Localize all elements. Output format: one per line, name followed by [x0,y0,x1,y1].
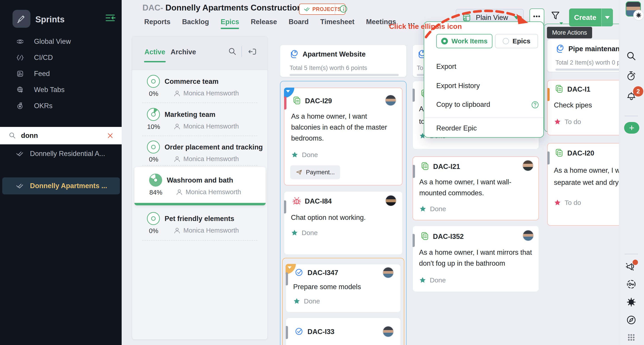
apps-grid-icon[interactable] [626,332,636,343]
radio-icon [503,38,509,44]
projects-badge-icon [304,6,310,12]
work-item-card[interactable]: DAC-I21 As a home owner, I want wall-mou… [412,156,539,220]
settings-gear-icon[interactable] [633,10,644,20]
toggle-work-items[interactable]: Work Items [436,34,492,48]
menu-item-export-history[interactable]: Export History [436,82,480,90]
tab-reports[interactable]: Reports [144,18,170,29]
epic-icon [555,44,565,54]
web-tabs-icon [16,86,24,94]
avatar[interactable] [522,160,534,171]
project-search [0,127,122,144]
sidebar-item-web-tabs[interactable]: Web Tabs [0,82,122,98]
avatar[interactable] [382,267,394,278]
owner-icon [174,90,181,97]
done-star-icon [291,229,298,236]
access-key-icon[interactable] [626,279,636,290]
project-item-donnelly-apartments[interactable]: Donnelly Apartments ... [2,177,120,194]
avatar[interactable] [382,326,394,337]
panel-divider [242,46,242,57]
menu-item-export[interactable]: Export [436,62,456,71]
card-priority-bar [284,96,286,109]
epic-search-icon[interactable] [228,47,237,56]
tab-release[interactable]: Release [251,18,277,29]
avatar[interactable] [385,95,396,106]
announcement-alert-dot [632,260,638,265]
todo-star-icon [554,199,561,206]
task-icon [294,268,304,277]
done-star-icon [291,151,298,158]
theme-sun-icon[interactable] [626,297,636,308]
column-header-apartment-website[interactable]: Apartment Website Total 5 Item(s) worth … [280,45,406,77]
sidebar-collapse-icon[interactable] [104,12,117,24]
tab-archive[interactable]: Archive [170,48,196,56]
work-item-card[interactable]: DAC-I33 [286,318,401,345]
tab-active[interactable]: Active [144,48,165,56]
card-tag[interactable]: Payment... [290,165,340,179]
progress-donut [147,141,160,153]
sidebar-item-okrs[interactable]: OKRs [0,98,122,114]
filter-button[interactable] [550,11,562,24]
epics-panel-header: Active Archive [132,36,268,70]
epic-item-washroom-and-bath-selected[interactable]: Washroom and bath 84% Monica Hemsworth [134,167,266,205]
sidebar: Sprints Global View CI/CD Feed Web Tabs … [0,0,122,345]
menu-item-copy-to-clipboard[interactable]: Copy to clipboard [436,100,490,109]
work-item-card[interactable]: DAC-I352 As a home owner, I want mirrors… [412,226,539,292]
owner-icon [176,189,183,196]
module-tabs: Reports Backlog Epics Release Board Time… [144,17,416,29]
add-button[interactable]: + [624,122,639,134]
annotation-text: Click the ellipsis icon [389,22,462,31]
card-priority-bar [286,272,288,285]
card-priority-bar [412,234,415,247]
done-star-icon [419,205,426,213]
project-icon [16,150,24,158]
clear-search-icon[interactable] [107,132,114,139]
sprints-logo-icon[interactable] [12,10,30,28]
card-priority-bar [413,165,415,178]
search-icon[interactable] [626,51,636,62]
chevron-down-icon [514,16,519,19]
more-actions-tooltip: More Actions [547,27,592,38]
epic-item-commerce-team[interactable]: Commerce team 0% Monica Hemsworth [132,76,268,101]
sidebar-item-cicd[interactable]: CI/CD [0,50,122,66]
tab-backlog[interactable]: Backlog [182,18,209,29]
avatar[interactable] [385,195,396,206]
work-item-card[interactable]: DAC-I84 Chat option not working. Done [284,191,402,255]
timer-icon[interactable] [626,71,636,81]
story-icon [420,162,430,171]
progress-donut [147,108,160,121]
sidebar-item-global-view[interactable]: Global View [0,33,122,50]
work-item-card[interactable]: DAC-I347 Prepare some models Done [286,264,401,312]
card-priority-bar [284,200,286,213]
epic-item-order-placement[interactable]: Order placement and tracking 0% Monica H… [132,142,268,166]
collapse-panel-icon[interactable] [248,47,257,56]
tab-board[interactable]: Board [289,18,309,29]
help-icon[interactable] [531,100,539,109]
info-icon[interactable] [339,4,348,13]
selected-epic-indicator [134,203,266,205]
tag-icon [296,169,303,176]
project-search-input[interactable] [21,132,97,140]
avatar[interactable] [522,230,534,241]
project-item-donnelly-residential[interactable]: Donnelly Residential A... [0,146,122,162]
radio-selected-icon [441,38,448,44]
right-rail: 2 + [619,0,644,345]
sidebar-item-feed[interactable]: Feed [0,66,122,82]
epic-item-pet-friendly[interactable]: Pet friendly elements 0% Monica Hemswort… [132,213,268,238]
todo-star-icon [554,118,561,125]
sidebar-nav: Global View CI/CD Feed Web Tabs OKRs [0,33,122,114]
toggle-epics[interactable]: Epics [495,34,538,48]
card-priority-bar [548,88,550,101]
project-code: DAC- [142,3,163,12]
tab-epics[interactable]: Epics [221,18,239,29]
progress-donut [147,212,160,225]
work-item-card[interactable]: DAC-I29 As a home owner, I want balconie… [284,88,402,185]
tab-timesheet[interactable]: Timesheet [320,18,354,29]
progress-donut [149,174,162,187]
cicd-icon [16,54,24,62]
search-icon [8,132,16,139]
owner-icon [174,227,181,234]
epic-item-marketing-team[interactable]: Marketing team 10% Monica Hemsworth [132,109,268,134]
explore-compass-icon[interactable] [626,315,636,325]
menu-item-reorder-epic[interactable]: Reorder Epic [436,124,477,132]
menu-divider [424,117,544,118]
